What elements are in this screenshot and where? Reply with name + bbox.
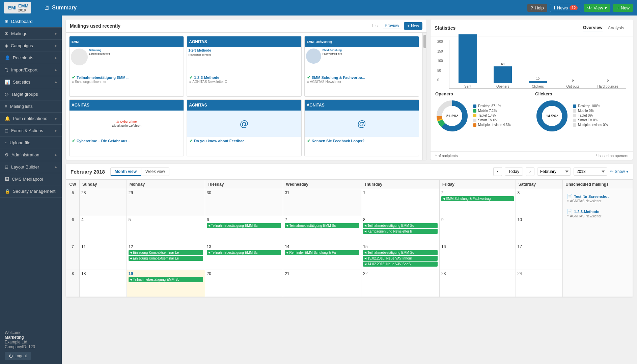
calendar-event[interactable]: Einladung Kompaktseminar Le	[129, 256, 203, 261]
calendar-day[interactable]: 30	[205, 189, 283, 216]
calendar-day[interactable]: 10	[516, 216, 563, 243]
calendar-show-button[interactable]: ✏ Show ▾	[610, 169, 628, 174]
calendar-day[interactable]: 31	[283, 189, 361, 216]
help-button[interactable]: ? Help	[527, 4, 547, 12]
sidebar-item-dashboard[interactable]: ⊞ Dashboard	[0, 16, 62, 28]
tab-list[interactable]: List	[371, 23, 380, 29]
arrow-icon: ▸	[55, 129, 57, 132]
sidebar-item-import-export[interactable]: ⇅ Import/Export ▸	[0, 64, 62, 76]
sidebar-item-layout-builder[interactable]: ⊟ Layout Builder ▸	[0, 161, 62, 173]
bars-container: Sent 69 Openers 10	[449, 40, 626, 89]
calendar-day[interactable]: 28	[80, 189, 127, 216]
calendar-year-select[interactable]: 2018 2019	[574, 168, 607, 176]
calendar-event[interactable]: Teilnahmebestätigung EMM Sc	[285, 223, 359, 228]
calendar-event[interactable]: Kampagnen und Newsletter h	[363, 229, 438, 234]
view-button[interactable]: 👁 View ▾	[584, 4, 610, 12]
calendar-event[interactable]: Teilnahmebestätigung EMM Sc	[363, 250, 438, 255]
calendar-event[interactable]: Einladung Kompaktseminar Le	[129, 250, 203, 255]
sidebar-label-campaigns: Campaigns	[11, 43, 33, 48]
sidebar-item-forms-actions[interactable]: ◻ Forms & Actions ▸	[0, 125, 62, 137]
calendar-event[interactable]: Teilnahmebestätigung EMM Sc	[207, 250, 281, 255]
calendar-day[interactable]: 3	[516, 189, 563, 216]
calendar-day-today[interactable]: 19 Teilnahmebestätigung EMM Sc	[127, 270, 205, 297]
new-button[interactable]: + New	[613, 4, 633, 12]
news-button[interactable]: ℹ News 12	[550, 4, 582, 12]
calendar-day[interactable]: 1	[361, 189, 440, 216]
calendar-next-button[interactable]: ›	[526, 167, 534, 176]
sidebar-item-security-management[interactable]: 🔒 Security Management	[0, 185, 62, 198]
tab-preview[interactable]: Preview	[383, 23, 400, 29]
calendar-day[interactable]: 16	[440, 243, 516, 270]
calendar-event[interactable]: Teilnahmebestätigung EMM Sc	[363, 223, 438, 228]
calendar-day[interactable]: 2 EMM Schulung & Fachvortrag	[440, 189, 516, 216]
admin-icon: ⚙	[5, 152, 9, 157]
mailing-card[interactable]: AGNITAS @ ✔ Kennen Sie Feedback Loops?	[304, 99, 419, 156]
logout-button[interactable]: ⏻ Logout	[5, 352, 31, 360]
mailing-name: ✔ Teilnahmebestätigung EMM ...	[72, 75, 181, 80]
calendar-event[interactable]: 14.02.2018: Neue VAV SaaS	[363, 262, 438, 267]
target-groups-icon: ◎	[5, 92, 8, 97]
calendar-day[interactable]: 13 Teilnahmebestätigung EMM Sc	[205, 243, 283, 270]
mailing-card[interactable]: AGNITAS 1-2-3 Methode Newsletter content…	[187, 36, 301, 97]
calendar-event[interactable]: 15.02.2018: Neue VAV Inhour	[363, 256, 438, 261]
mailing-card[interactable]: EMM SchulungLorem ipsum text ✔ Teilnahme…	[69, 36, 184, 97]
mailing-card[interactable]: AGNITAS @ ✔ Do you know about Feedbac...	[187, 99, 301, 156]
sidebar-item-upload-file[interactable]: ↑ Upload file	[0, 137, 62, 149]
calendar-event[interactable]: Teilnahmebestätigung EMM Sc	[207, 223, 281, 228]
calendar-prev-button[interactable]: ‹	[493, 167, 502, 176]
legend-color	[473, 119, 476, 122]
calendar-day[interactable]: 9	[440, 216, 516, 243]
calendar-day[interactable]: 17	[516, 243, 563, 270]
calendar-day[interactable]: 6 Teilnahmebestätigung EMM Sc	[205, 216, 283, 243]
mailing-card[interactable]: AGNITAS ⚠ Cybercrime Die aktuelle Gefahr…	[69, 99, 184, 156]
sidebar-item-cms-mediapool[interactable]: 🖼 CMS Mediapool	[0, 173, 62, 185]
calendar-day[interactable]: 23	[440, 270, 516, 297]
mailing-name: ✔ Kennen Sie Feedback Loops?	[307, 139, 416, 143]
scroll-bar[interactable]	[422, 33, 426, 160]
legend-color	[473, 114, 476, 117]
calendar-day[interactable]: 20	[205, 270, 283, 297]
tab-week-view[interactable]: Week view	[141, 168, 169, 176]
calendar-day[interactable]: 15 Teilnahmebestätigung EMM Sc 15.02.201…	[361, 243, 440, 270]
calendar-today-button[interactable]: Today	[505, 168, 523, 176]
calendar-day[interactable]: 21	[283, 270, 361, 297]
calendar-day[interactable]: 11	[80, 243, 127, 270]
app-logo[interactable]: EMM EMM 2018	[4, 2, 31, 13]
sidebar-item-push-notifications[interactable]: 🔔 Push notifications ▸	[0, 113, 62, 125]
sidebar-item-mailing-lists[interactable]: ≡ Mailing lists	[0, 100, 62, 113]
calendar-month-select[interactable]: January February March April May June Ju…	[537, 168, 571, 176]
calendar-day[interactable]: 12 Einladung Kompaktseminar Le Einladung…	[127, 243, 205, 270]
calendar-day[interactable]: 18	[80, 270, 127, 297]
calendar-day[interactable]: 5	[127, 216, 205, 243]
cw-cell: 5	[66, 189, 80, 216]
sidebar-item-campaigns[interactable]: ◈ Campaigns ▸	[0, 40, 62, 52]
clickers-donut-section: Clickers 14.5%* Deskt	[535, 91, 628, 149]
tab-overview[interactable]: Overview	[583, 24, 603, 31]
mailing-card[interactable]: EMM Fachvortrag EMM SchulungFachvortrag …	[304, 36, 419, 97]
calendar-event[interactable]: Reminder EMM Schulung & Fa	[285, 250, 359, 255]
sidebar-label-cms: CMS Mediapool	[12, 177, 43, 182]
mailing-info: ✔ EMM Schulung & Fachvortra... ≡ AGNITAS…	[305, 73, 419, 85]
info-icon: ℹ	[554, 5, 555, 10]
calendar-event[interactable]: EMM Schulung & Fachvortrag	[441, 196, 514, 201]
calendar-day[interactable]: 4	[80, 216, 127, 243]
sidebar-item-target-groups[interactable]: ◎ Target groups	[0, 88, 62, 100]
stats-panel-title: Statistics	[435, 25, 455, 31]
calendar-day[interactable]: 7 Teilnahmebestätigung EMM Sc	[283, 216, 361, 243]
calendar-day[interactable]: 29	[127, 189, 205, 216]
calendar-day[interactable]: 8 Teilnahmebestätigung EMM Sc Kampagnen …	[361, 216, 440, 243]
unscheduled-item[interactable]: 📄 Test für Screenshot ≡ AGNITAS Newslett…	[565, 192, 630, 204]
tab-analysis[interactable]: Analysis	[608, 25, 624, 31]
calendar-day[interactable]: 24	[516, 270, 563, 297]
sidebar-item-statistics[interactable]: 📊 Statistics ▸	[0, 76, 62, 88]
sidebar-item-mailings[interactable]: ✉ Mailings ▸	[0, 28, 62, 40]
sidebar-item-recipients[interactable]: 👤 Recipients ▸	[0, 52, 62, 64]
sidebar-item-administration[interactable]: ⚙ Administration ▸	[0, 149, 62, 161]
col-header-saturday: Saturday	[516, 180, 563, 189]
unscheduled-item[interactable]: 📄 1-2-3-Methode ≡ AGNITAS Newsletter	[565, 208, 630, 219]
tab-month-view[interactable]: Month view	[110, 168, 141, 176]
mailings-new-button[interactable]: + New	[404, 22, 422, 30]
calendar-event[interactable]: Teilnahmebestätigung EMM Sc	[129, 277, 203, 282]
calendar-day[interactable]: 14 Reminder EMM Schulung & Fa	[283, 243, 361, 270]
calendar-day[interactable]: 22	[361, 270, 440, 297]
